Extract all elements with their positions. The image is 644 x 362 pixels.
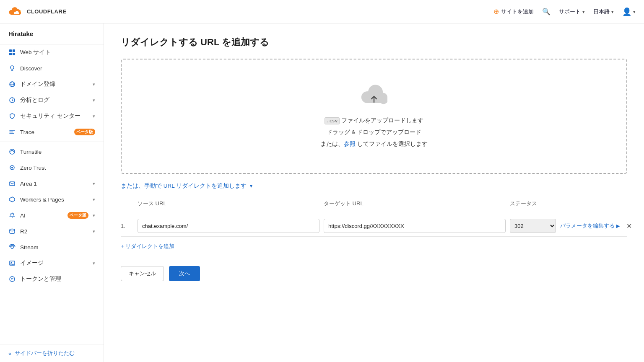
sidebar-item-area1[interactable]: Area 1 ▾ xyxy=(0,176,104,191)
add-redirect-container: + リダイレクトを追加 xyxy=(121,236,627,254)
manual-toggle-label: または、手動で URL リダイレクトを追加します xyxy=(121,182,247,190)
browse-link[interactable]: 参照 xyxy=(344,141,356,147)
sidebar: Hiratake Web サイト Discover ドメイン登録 ▾ xyxy=(0,23,104,362)
topnav-actions: ⊕ サイトを追加 🔍 サポート 日本語 👤 xyxy=(493,7,636,16)
sidebar-item-domain-label: ドメイン登録 xyxy=(20,80,88,88)
sidebar-item-stream-label: Stream xyxy=(20,244,95,251)
cancel-button[interactable]: キャンセル xyxy=(121,266,164,281)
upload-post-text: してファイルを選択します xyxy=(356,141,428,147)
domain-chevron-icon: ▾ xyxy=(93,82,95,87)
sidebar-item-discover[interactable]: Discover xyxy=(0,60,104,76)
sidebar-item-domain-reg[interactable]: ドメイン登録 ▾ xyxy=(0,76,104,92)
cloudflare-logo-icon xyxy=(8,4,23,19)
sidebar-item-security[interactable]: セキュリティ センター ▾ xyxy=(0,108,104,124)
footer-actions: キャンセル 次へ xyxy=(121,266,627,281)
language-label: 日本語 xyxy=(593,8,610,16)
sidebar-item-workers-pages[interactable]: Workers & Pages ▾ xyxy=(0,191,104,207)
sidebar-collapse-label: サイドバーを折りたたむ xyxy=(15,349,75,357)
sidebar-item-manage-label: トークンと管理 xyxy=(20,275,95,283)
content-area: リダイレクトする URL を追加する .csv ファイルをアップロードします ド… xyxy=(104,23,644,362)
sidebar-item-discover-label: Discover xyxy=(20,65,95,72)
sidebar-item-security-label: セキュリティ センター xyxy=(20,112,88,120)
source-url-header: ソース URL xyxy=(138,200,319,207)
url-row: 1. 301 302 303 307 308 xyxy=(121,215,627,236)
workers-chevron-icon: ▾ xyxy=(93,197,95,202)
svg-rect-1 xyxy=(13,49,15,52)
svg-rect-0 xyxy=(9,49,12,52)
sidebar-item-images[interactable]: イメージ ▾ xyxy=(0,255,104,271)
user-dropdown[interactable]: 👤 xyxy=(622,7,636,16)
turnstile-icon xyxy=(8,148,16,155)
token-icon xyxy=(8,275,16,283)
sidebar-item-ai-label: AI xyxy=(20,212,63,219)
ai-icon xyxy=(8,212,16,219)
edit-params-link[interactable]: パラメータを編集する ▶ xyxy=(560,222,620,230)
sidebar-item-trace[interactable]: Trace ベータ版 xyxy=(0,124,104,140)
sidebar-item-area1-label: Area 1 xyxy=(20,181,88,187)
plus-icon: ⊕ xyxy=(493,8,499,16)
sidebar-item-trace-label: Trace xyxy=(20,129,70,135)
edit-params-arrow-icon: ▶ xyxy=(616,223,620,229)
language-dropdown[interactable]: 日本語 xyxy=(593,8,614,16)
add-site-label: サイトを追加 xyxy=(501,8,534,16)
csv-badge: .csv xyxy=(325,117,340,124)
sidebar-item-r2-label: R2 xyxy=(20,228,88,235)
mail-icon xyxy=(8,180,16,187)
next-button[interactable]: 次へ xyxy=(169,266,200,281)
upload-text-2: ドラッグ & ドロップでアップロード xyxy=(327,129,422,136)
security-chevron-icon: ▾ xyxy=(93,114,95,119)
upload-cloud-icon xyxy=(361,85,387,113)
sidebar-item-turnstile[interactable]: Turnstile xyxy=(0,144,104,160)
status-col: 301 302 303 307 308 xyxy=(510,219,556,233)
support-dropdown[interactable]: サポート xyxy=(559,8,585,16)
target-url-col xyxy=(324,219,506,233)
svg-point-15 xyxy=(11,246,13,248)
sidebar-item-images-label: イメージ xyxy=(20,259,88,267)
sidebar-item-manage[interactable]: トークンと管理 xyxy=(0,271,104,287)
delete-row-button[interactable]: ✕ xyxy=(624,222,634,230)
ai-chevron-icon: ▾ xyxy=(93,213,95,218)
svg-point-17 xyxy=(11,262,12,264)
upload-text-1: .csv ファイルをアップロードします xyxy=(325,117,423,124)
r2-icon xyxy=(8,228,16,235)
row-actions: パラメータを編集する ▶ ✕ xyxy=(560,222,627,230)
user-chevron-icon xyxy=(633,8,636,15)
sidebar-item-web-sites[interactable]: Web サイト xyxy=(0,44,104,60)
status-select[interactable]: 301 302 303 307 308 xyxy=(510,219,556,233)
sidebar-item-analytics[interactable]: 分析とログ ▾ xyxy=(0,92,104,108)
sidebar-item-zero-trust[interactable]: Zero Trust xyxy=(0,160,104,176)
collapse-icon: « xyxy=(8,350,11,357)
upload-text-suffix: ファイルをアップロードします xyxy=(340,117,423,124)
trace-beta-badge: ベータ版 xyxy=(74,129,95,135)
image-icon xyxy=(8,259,16,267)
zerotrust-icon xyxy=(8,164,16,171)
upload-pre-text: または、 xyxy=(320,141,344,147)
ai-beta-badge: ベータ版 xyxy=(68,212,88,219)
search-button[interactable]: 🔍 xyxy=(542,8,551,16)
sidebar-item-workers-label: Workers & Pages xyxy=(20,197,88,203)
sidebar-item-r2[interactable]: R2 ▾ xyxy=(0,223,104,239)
user-icon: 👤 xyxy=(622,7,631,16)
trace-icon xyxy=(8,128,16,136)
sidebar-item-stream[interactable]: Stream xyxy=(0,239,104,255)
upload-zone[interactable]: .csv ファイルをアップロードします ドラッグ & ドロップでアップロード ま… xyxy=(121,59,627,174)
manual-add-toggle[interactable]: または、手動で URL リダイレクトを追加します ▾ xyxy=(121,182,627,190)
lightbulb-icon xyxy=(8,65,16,72)
sidebar-item-web-sites-label: Web サイト xyxy=(20,49,95,56)
add-site-button[interactable]: ⊕ サイトを追加 xyxy=(493,8,534,16)
target-url-input[interactable] xyxy=(324,219,506,233)
svg-point-9 xyxy=(10,149,15,154)
page-title: リダイレクトする URL を追加する xyxy=(121,36,627,49)
svg-rect-3 xyxy=(13,53,15,55)
source-url-input[interactable] xyxy=(138,219,319,233)
area1-chevron-icon: ▾ xyxy=(93,181,95,186)
clock-icon xyxy=(8,96,16,104)
add-redirect-button[interactable]: + リダイレクトを追加 xyxy=(121,238,174,254)
main-layout: Hiratake Web サイト Discover ドメイン登録 ▾ xyxy=(0,23,644,362)
sidebar-collapse-button[interactable]: « サイドバーを折りたたむ xyxy=(0,344,104,362)
sidebar-item-zerotrust-label: Zero Trust xyxy=(20,165,95,171)
source-url-col xyxy=(138,219,319,233)
row-num: 1. xyxy=(121,223,133,229)
topnav: CLOUDFLARE ⊕ サイトを追加 🔍 サポート 日本語 👤 xyxy=(0,0,644,23)
sidebar-item-ai[interactable]: AI ベータ版 ▾ xyxy=(0,207,104,223)
